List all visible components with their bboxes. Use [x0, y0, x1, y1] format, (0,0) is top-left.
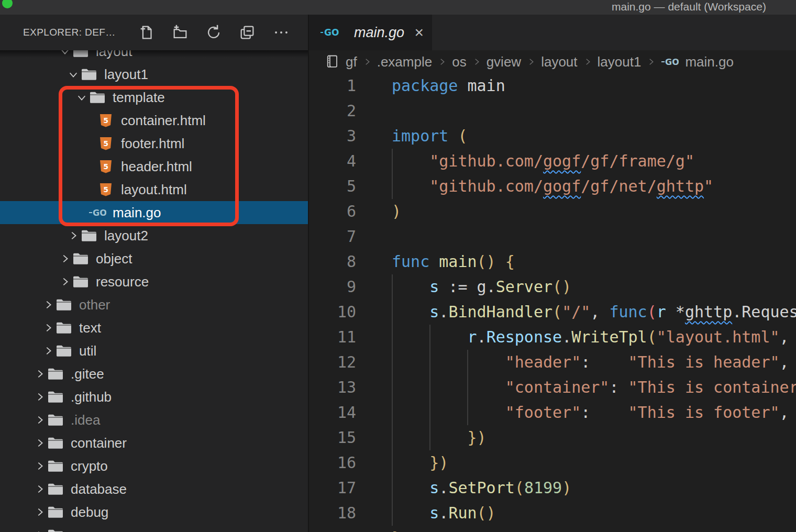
more-actions-icon[interactable]	[272, 24, 290, 41]
tree-item-other[interactable]: other	[0, 293, 308, 316]
code-text: package main	[392, 73, 505, 98]
code-text: )	[392, 199, 401, 224]
line-number: 5	[309, 174, 356, 199]
chevron-right-icon[interactable]	[33, 367, 47, 381]
tree-item-object[interactable]: object	[0, 247, 308, 270]
chevron-right-icon[interactable]	[33, 528, 47, 532]
code-line-7: 7	[309, 224, 796, 249]
tree-item-main.go[interactable]: GOmain.go	[0, 201, 308, 224]
line-number: 2	[309, 98, 356, 124]
tree-item-resource[interactable]: resource	[0, 270, 308, 293]
tree-item-footer.html[interactable]: 5footer.html	[0, 132, 308, 155]
line-number: 6	[309, 199, 356, 224]
chevron-right-icon[interactable]	[33, 505, 47, 519]
folder-icon	[72, 251, 90, 267]
chevron-right-icon[interactable]	[67, 228, 80, 243]
folder-icon	[80, 228, 98, 243]
line-number: 9	[309, 274, 356, 300]
explorer-header: EXPLORER: DEF…	[0, 15, 308, 50]
folder-icon	[47, 458, 64, 474]
folder-icon	[80, 66, 98, 82]
tree-item-label: header.html	[120, 159, 192, 175]
tree-item-util[interactable]: util	[0, 339, 308, 362]
new-file-icon[interactable]	[138, 24, 156, 41]
chevron-right-icon[interactable]	[33, 413, 47, 427]
tree-item-text[interactable]: text	[0, 316, 308, 339]
tab-bar: GO main.go ×	[309, 15, 796, 50]
breadcrumb-os[interactable]: os	[452, 54, 466, 70]
chevron-down-icon[interactable]	[75, 90, 89, 105]
tree-item-label: database	[70, 481, 127, 497]
folder-icon	[55, 297, 73, 313]
chevron-down-icon[interactable]	[58, 50, 72, 59]
new-folder-icon[interactable]	[171, 24, 189, 41]
line-number: 16	[309, 450, 356, 475]
breadcrumb-layout[interactable]: layout	[541, 54, 577, 70]
code-text: "container": "This is container",	[392, 375, 796, 400]
folder-icon	[47, 389, 64, 405]
code-line-1: 1package main	[309, 73, 796, 98]
tree-item-template[interactable]: template	[0, 86, 308, 109]
tree-item-label: .github	[70, 389, 112, 405]
tree-item-label: template	[112, 90, 165, 106]
tree-item-container[interactable]: container	[0, 431, 308, 455]
tree-item-container.html[interactable]: 5container.html	[0, 109, 308, 132]
refresh-icon[interactable]	[205, 24, 223, 41]
tree-item-.github[interactable]: .github	[0, 385, 308, 408]
go-icon: GO	[89, 205, 106, 220]
chevron-right-icon[interactable]	[41, 320, 55, 335]
chevron-right-icon[interactable]	[33, 482, 47, 496]
code-line-9: 9 s := g.Server()	[309, 274, 796, 300]
code-line-10: 10 s.BindHandler("/", func(r *ghttp.Requ…	[309, 300, 796, 325]
tree-item-database[interactable]: database	[0, 478, 308, 501]
tree-item-layout[interactable]: layout	[0, 50, 308, 63]
code-text: import (	[392, 124, 468, 149]
tree-item-partial[interactable]	[0, 524, 308, 532]
breadcrumb-layout1[interactable]: layout1	[598, 54, 642, 70]
chevron-right-icon[interactable]	[33, 436, 47, 450]
window-maximize-button[interactable]	[2, 0, 13, 8]
tree-item-crypto[interactable]: crypto	[0, 455, 308, 478]
tree-item-layout1[interactable]: layout1	[0, 63, 308, 86]
breadcrumb-separator-icon	[362, 57, 372, 66]
line-number: 1	[309, 73, 356, 98]
chevron-right-icon[interactable]	[33, 390, 47, 404]
line-number: 15	[309, 425, 356, 450]
chevron-right-icon[interactable]	[58, 274, 72, 289]
chevron-right-icon[interactable]	[41, 343, 55, 358]
tree-item-layout.html[interactable]: 5layout.html	[0, 178, 308, 201]
tree-item-header.html[interactable]: 5header.html	[0, 155, 308, 178]
code-area[interactable]: 1package main23import (4 "github.com/gog…	[309, 73, 796, 532]
svg-text:5: 5	[103, 185, 108, 194]
book-icon	[325, 54, 339, 69]
tree-item-.idea[interactable]: .idea	[0, 408, 308, 431]
breadcrumb-gview[interactable]: gview	[487, 54, 521, 70]
chevron-right-icon[interactable]	[41, 297, 55, 312]
folder-icon	[47, 504, 64, 520]
breadcrumb-main.go[interactable]: main.go	[685, 54, 734, 70]
tab-main-go[interactable]: GO main.go ×	[309, 15, 432, 50]
collapse-folders-icon[interactable]	[238, 24, 256, 41]
code-text: })	[392, 450, 448, 475]
tab-close-icon[interactable]: ×	[414, 25, 424, 40]
chevron-right-icon[interactable]	[33, 459, 47, 473]
code-text: s := g.Server()	[392, 274, 571, 300]
chevron-down-icon[interactable]	[67, 67, 80, 82]
code-text: })	[392, 425, 487, 450]
svg-text:5: 5	[103, 116, 108, 125]
svg-text:GO: GO	[324, 27, 339, 38]
tree-item-layout2[interactable]: layout2	[0, 224, 308, 247]
folder-icon	[47, 527, 64, 532]
breadcrumb-.example[interactable]: .example	[377, 54, 433, 70]
folder-icon	[89, 90, 106, 105]
tree-item-.gitee[interactable]: .gitee	[0, 362, 308, 385]
breadcrumb-gf[interactable]: gf	[346, 54, 357, 70]
code-text: "footer": "This is footer",	[392, 400, 789, 425]
code-line-15: 15 })	[309, 425, 796, 450]
line-number: 19	[309, 526, 356, 532]
chevron-right-icon[interactable]	[58, 251, 72, 266]
code-text: "header": "This is header",	[392, 350, 789, 375]
code-line-4: 4 "github.com/gogf/gf/frame/g"	[309, 149, 796, 174]
tree-item-debug[interactable]: debug	[0, 501, 308, 524]
html-icon: 5	[97, 113, 115, 128]
